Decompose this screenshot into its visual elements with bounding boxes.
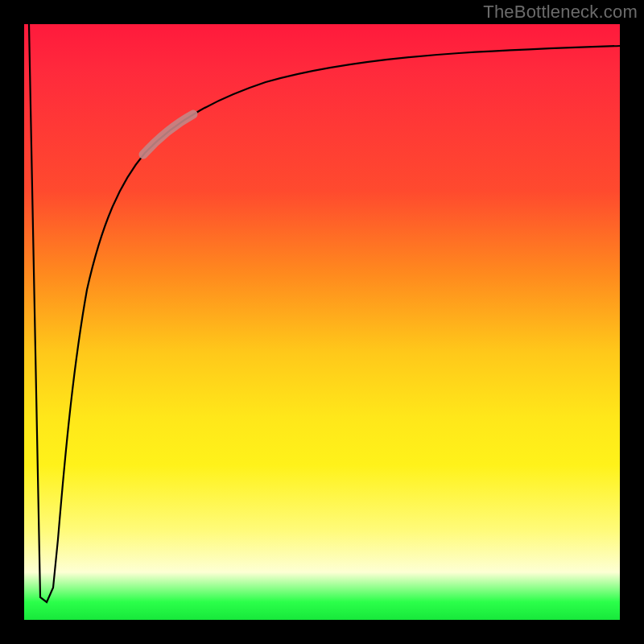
bottleneck-curve — [58, 46, 620, 539]
highlight-segment — [143, 114, 193, 155]
watermark-text: TheBottleneck.com — [483, 2, 638, 23]
plot-area — [24, 24, 620, 620]
spike-path — [29, 24, 58, 602]
chart-frame: TheBottleneck.com — [0, 0, 644, 644]
curve-overlay — [24, 24, 620, 620]
